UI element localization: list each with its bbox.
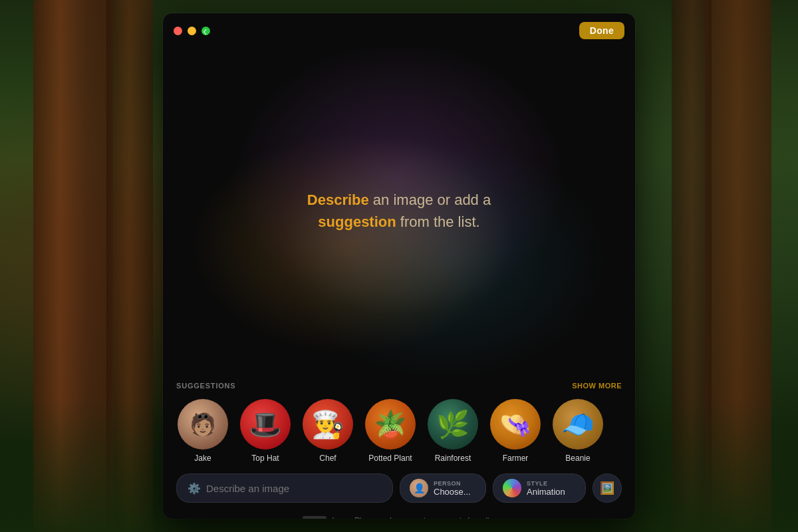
suggestion-icon-tophat: 🎩 <box>240 399 291 450</box>
suggestions-header: SUGGESTIONS SHOW MORE <box>176 382 622 390</box>
suggestion-label-chef: Chef <box>319 454 336 463</box>
suggestion-rainforest[interactable]: 🌿 Rainforest <box>426 399 479 463</box>
search-input[interactable] <box>206 483 382 494</box>
suggestion-label-farmer: Farmer <box>503 454 529 463</box>
suggestion-pottedplant[interactable]: 🪴 Potted Plant <box>364 399 417 463</box>
bottom-controls: ⚙️ 👤 PERSON Choose... STYLE Animation 🖼️ <box>163 473 635 511</box>
style-text: STYLE Animation <box>527 480 565 497</box>
show-more-button[interactable]: SHOW MORE <box>572 382 622 390</box>
person-text: PERSON Choose... <box>434 480 471 497</box>
person-button[interactable]: 👤 PERSON Choose... <box>400 473 486 503</box>
suggestion-icon-jake: 🧑🏽 🕶️ <box>178 399 228 450</box>
suggestion-icon-farmer: 👒 <box>490 399 541 450</box>
suggestion-icon-beanie: 🧢 <box>553 399 603 450</box>
minimize-button[interactable] <box>188 27 196 35</box>
style-value: Animation <box>527 487 565 497</box>
image-picker-button[interactable]: 🖼️ <box>593 473 622 503</box>
suggestions-area: SUGGESTIONS SHOW MORE 🧑🏽 🕶️ Jake 🎩 <box>163 374 635 473</box>
suggestion-jake[interactable]: 🧑🏽 🕶️ Jake <box>176 399 229 463</box>
suggestion-tophat[interactable]: 🎩 Top Hat <box>239 399 292 463</box>
beta-tag: BETA <box>303 516 327 519</box>
suggestion-label-jake: Jake <box>194 454 211 463</box>
close-button[interactable] <box>174 27 182 35</box>
style-button[interactable]: STYLE Animation <box>493 473 586 503</box>
suggestion-label-rainforest: Rainforest <box>435 454 471 463</box>
done-button[interactable]: Done <box>579 22 624 39</box>
placeholder-suggestion: suggestion <box>318 213 396 230</box>
suggestions-list: 🧑🏽 🕶️ Jake 🎩 Top Hat 👨‍🍳 Chef <box>176 399 622 463</box>
person-label: PERSON <box>434 480 461 487</box>
suggestions-title: SUGGESTIONS <box>176 382 235 390</box>
suggestion-label-tophat: Top Hat <box>251 454 279 463</box>
image-icon: 🖼️ <box>600 481 614 495</box>
gear-icon: ⚙️ <box>188 482 201 495</box>
beta-text: Image Playground may create unexpected r… <box>332 516 495 519</box>
placeholder-highlight: Describe <box>307 192 369 208</box>
placeholder-normal2: from the list. <box>400 213 480 230</box>
suggestion-chef[interactable]: 👨‍🍳 Chef <box>301 399 354 463</box>
suggestion-icon-chef: 👨‍🍳 <box>303 399 353 450</box>
placeholder-normal1: an image or add a <box>373 192 491 208</box>
placeholder-text: Describe an image or add a suggestion fr… <box>307 189 491 233</box>
suggestion-label-beanie: Beanie <box>565 454 590 463</box>
suggestion-label-pottedplant: Potted Plant <box>368 454 412 463</box>
suggestion-beanie[interactable]: 🧢 Beanie <box>551 399 604 463</box>
style-label: STYLE <box>527 480 548 487</box>
style-icon <box>503 479 521 497</box>
suggestion-icon-rainforest: 🌿 <box>428 399 478 450</box>
person-value: Choose... <box>434 487 471 497</box>
back-button[interactable]: ‹ <box>203 24 207 37</box>
title-bar: ‹ Done <box>163 13 635 48</box>
app-window: ‹ Done Describe an image or add a sugges… <box>163 13 635 519</box>
suggestion-icon-pottedplant: 🪴 <box>365 399 416 450</box>
beta-footer: BETA Image Playground may create unexpec… <box>163 511 635 519</box>
person-avatar-icon: 👤 <box>410 479 428 497</box>
canvas-area: Describe an image or add a suggestion fr… <box>163 48 635 374</box>
suggestion-farmer[interactable]: 👒 Farmer <box>489 399 542 463</box>
search-input-wrap[interactable]: ⚙️ <box>176 473 393 503</box>
